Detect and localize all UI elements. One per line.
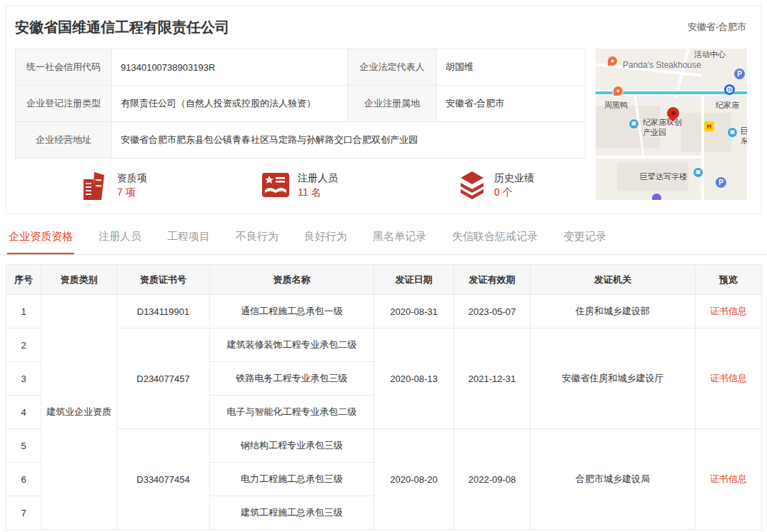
certificate-info-link[interactable]: 证书信息 — [710, 473, 747, 484]
info-label-credit-code: 统一社会信用代码 — [16, 49, 112, 86]
cell-qual-name: 电力工程施工总承包三级 — [210, 463, 374, 496]
map-block — [681, 113, 731, 152]
map-label: 巨 — [741, 126, 747, 136]
map-label: 周黑鸭 — [604, 100, 628, 111]
cell-preview: 证书信息 — [696, 328, 762, 429]
info-value-reg-region: 安徽省-合肥市 — [437, 86, 586, 122]
tab-qualifications[interactable]: 企业资质资格 — [7, 221, 74, 254]
metro-station-icon[interactable]: G — [724, 84, 735, 95]
info-label-reg-region: 企业注册属地 — [348, 86, 437, 122]
food-pin-icon[interactable]: ★ — [607, 56, 618, 66]
building-icon — [80, 170, 110, 200]
info-value-credit-code: 91340100738903193R — [112, 49, 348, 86]
cell-cert-no: D334077454 — [117, 429, 210, 530]
poi-building-icon[interactable]: ▣ — [693, 167, 703, 178]
cell-qual-name: 电子与智能化工程专业承包二级 — [210, 396, 374, 429]
cell-valid-until: 2021-12-31 — [454, 328, 531, 429]
info-label-address: 企业经营地址 — [16, 122, 112, 159]
tab-good-behavior[interactable]: 良好行为 — [303, 221, 349, 254]
stat-label: 历史业绩 — [494, 171, 534, 185]
cell-valid-until: 2022-09-08 — [454, 429, 531, 530]
tab-change-records[interactable]: 变更记录 — [562, 221, 608, 254]
col-header-category: 资质类别 — [41, 265, 117, 295]
cell-seq: 4 — [6, 396, 41, 429]
certificate-info-link[interactable]: 证书信息 — [710, 373, 747, 383]
stat-value: 11 名 — [298, 185, 338, 199]
col-header-preview: 预览 — [696, 265, 762, 295]
tab-projects[interactable]: 工程项目 — [166, 221, 211, 254]
stat-value: 0 个 — [494, 185, 534, 199]
table-row: 1 建筑业企业资质 D134119901 通信工程施工总承包一级 2020-08… — [6, 295, 762, 328]
parking-icon[interactable]: P — [734, 69, 745, 79]
stat-registered-personnel: 注册人员 11 名 — [261, 170, 338, 200]
poi-icon[interactable] — [651, 193, 662, 200]
map-label: 巨擘达写字楼 — [640, 171, 687, 182]
table-row: 2 D234077457 建筑装修装饰工程专业承包二级 2020-08-13 2… — [6, 328, 762, 362]
info-row: 企业登记注册类型 有限责任公司（自然人投资或控股的法人独资） 企业注册属地 安徽… — [16, 86, 586, 122]
page-title: 安徽省国维通信工程有限责任公司 — [15, 18, 229, 37]
tab-bar: 企业资质资格 注册人员 工程项目 不良行为 良好行为 黑名单记录 失信联合惩戒记… — [0, 221, 767, 255]
tab-blacklist[interactable]: 黑名单记录 — [371, 221, 428, 254]
cell-authority: 安徽省住房和城乡建设厅 — [531, 328, 696, 429]
col-header-seq: 序号 — [6, 265, 41, 295]
col-header-valid-until: 发证有效期 — [454, 265, 531, 295]
cell-issue-date: 2020-08-20 — [374, 429, 454, 530]
table-row: 5 D334077454 钢结构工程专业承包三级 2020-08-20 2022… — [6, 429, 762, 463]
col-header-issue-date: 发证日期 — [374, 265, 454, 295]
cell-qual-name: 建筑装修装饰工程专业承包二级 — [210, 328, 374, 362]
stat-qualifications: 资质项 7 项 — [80, 170, 147, 200]
food-pin-icon[interactable]: ★ — [613, 86, 623, 96]
cell-seq: 5 — [6, 429, 41, 463]
parking-icon[interactable]: P — [716, 177, 726, 188]
map-label: 纪家庙 — [716, 100, 739, 111]
cell-cert-no: D234077457 — [117, 328, 210, 429]
tab-dishonesty-records[interactable]: 失信联合惩戒记录 — [451, 221, 539, 254]
cell-category: 建筑业企业资质 — [41, 295, 117, 530]
cell-seq: 2 — [6, 328, 41, 362]
poi-building-icon[interactable]: ▣ — [727, 127, 738, 138]
map-label: 东 — [741, 136, 747, 146]
cell-qual-name: 铁路电务工程专业承包三级 — [210, 362, 374, 396]
map-road — [701, 96, 704, 200]
cell-authority: 合肥市城乡建设局 — [531, 429, 696, 530]
region-label: 安徽省-合肥市 — [688, 21, 746, 34]
cell-qual-name: 钢结构工程专业承包三级 — [210, 429, 374, 463]
map-label: 活动中心 — [694, 49, 726, 60]
cell-qual-name: 通信工程施工总承包一级 — [210, 295, 374, 328]
map-widget[interactable]: 活动中心 Panda's Steakhouse 周黑鸭 纪家庙 纪家庙双创 产业… — [596, 49, 747, 200]
certificate-info-link[interactable]: 证书信息 — [710, 306, 747, 316]
hotel-icon[interactable]: H — [704, 121, 714, 131]
cell-seq: 3 — [6, 362, 41, 396]
map-road — [596, 156, 703, 159]
qualification-table: 序号 资质类别 资质证书号 资质名称 发证日期 发证有效期 发证机关 预览 1 … — [6, 264, 762, 530]
info-row: 企业经营地址 安徽省合肥市肥东县包公镇青春社区马定路与孙解路交口合肥双创产业园 — [16, 122, 586, 159]
cell-issue-date: 2020-08-13 — [374, 328, 454, 429]
info-label-legal-rep: 企业法定代表人 — [348, 49, 437, 86]
stats-row: 资质项 7 项 注册人员 11 名 — [6, 164, 592, 209]
poi-building-icon[interactable]: ▣ — [628, 119, 639, 129]
tab-registered-personnel[interactable]: 注册人员 — [97, 221, 143, 254]
certificate-book-icon — [261, 170, 291, 200]
cell-qual-name: 建筑工程施工总承包三级 — [210, 496, 374, 530]
map-label: Panda's Steakhouse — [623, 60, 701, 70]
cell-cert-no: D134119901 — [117, 295, 210, 328]
info-value-address: 安徽省合肥市肥东县包公镇青春社区马定路与孙解路交口合肥双创产业园 — [112, 122, 586, 159]
company-info-table: 统一社会信用代码 91340100738903193R 企业法定代表人 胡国维 … — [15, 49, 586, 159]
table-header-row: 序号 资质类别 资质证书号 资质名称 发证日期 发证有效期 发证机关 预览 — [6, 265, 762, 295]
layers-icon — [457, 170, 487, 200]
info-label-reg-type: 企业登记注册类型 — [16, 86, 112, 122]
info-row: 统一社会信用代码 91340100738903193R 企业法定代表人 胡国维 — [16, 49, 586, 86]
stat-history-performance: 历史业绩 0 个 — [457, 170, 534, 200]
tab-bad-behavior[interactable]: 不良行为 — [234, 221, 280, 254]
stat-value: 7 项 — [117, 185, 147, 199]
info-value-reg-type: 有限责任公司（自然人投资或控股的法人独资） — [112, 86, 348, 122]
map-label: 产业园 — [643, 127, 666, 138]
col-header-cert-no: 资质证书号 — [117, 265, 210, 295]
stat-label: 注册人员 — [298, 171, 338, 185]
info-value-legal-rep: 胡国维 — [437, 49, 586, 86]
cell-seq: 6 — [6, 463, 41, 496]
cell-preview: 证书信息 — [696, 429, 762, 530]
col-header-authority: 发证机关 — [531, 265, 696, 295]
cell-seq: 7 — [6, 496, 41, 530]
cell-seq: 1 — [6, 295, 41, 328]
